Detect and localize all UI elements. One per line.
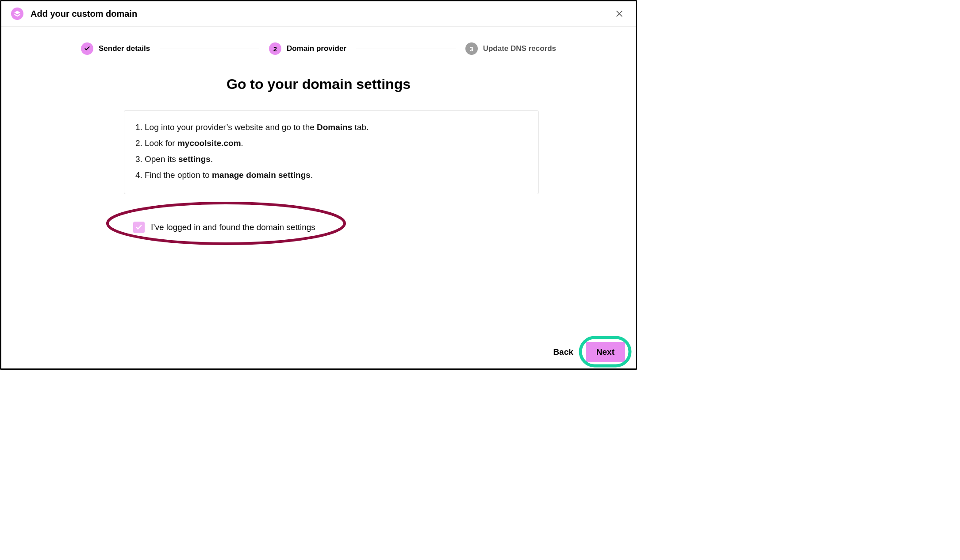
confirm-checkbox[interactable] <box>133 222 145 233</box>
step-badge <box>81 42 93 55</box>
next-button[interactable]: Next <box>586 342 625 362</box>
modal-footer: Back Next <box>1 335 636 368</box>
instructions-box: Log into your provider’s website and go … <box>124 110 539 194</box>
close-icon <box>615 9 624 18</box>
step-domain-provider[interactable]: 2 Domain provider <box>269 42 346 55</box>
step-label: Domain provider <box>287 44 346 53</box>
modal-title: Add your custom domain <box>31 9 137 19</box>
instruction-item: Open its settings. <box>145 151 526 167</box>
page-title: Go to your domain settings <box>81 76 556 92</box>
checkmark-icon <box>135 223 143 231</box>
stepper: Sender details 2 Domain provider 3 Updat… <box>1 42 636 55</box>
step-badge: 3 <box>465 42 478 55</box>
instructions-list: Log into your provider’s website and go … <box>137 119 526 183</box>
step-update-dns[interactable]: 3 Update DNS records <box>465 42 556 55</box>
step-divider <box>160 49 259 49</box>
confirm-section: I’ve logged in and found the domain sett… <box>107 208 346 253</box>
modal-header: Add your custom domain <box>1 1 636 27</box>
instruction-item: Look for mycoolsite.com. <box>145 135 526 151</box>
modal-add-custom-domain: Add your custom domain Sender details 2 … <box>0 0 637 370</box>
step-label: Update DNS records <box>483 44 556 53</box>
step-label: Sender details <box>99 44 150 53</box>
instruction-item: Find the option to manage domain setting… <box>145 167 526 183</box>
instruction-item: Log into your provider’s website and go … <box>145 119 526 135</box>
step-divider <box>356 49 456 49</box>
step-badge: 2 <box>269 42 281 55</box>
confirm-row: I’ve logged in and found the domain sett… <box>133 222 315 233</box>
step-sender-details[interactable]: Sender details <box>81 42 150 55</box>
next-button-wrap: Next <box>586 342 625 362</box>
main-content: Go to your domain settings Log into your… <box>1 55 636 335</box>
close-button[interactable] <box>613 7 626 20</box>
confirm-label: I’ve logged in and found the domain sett… <box>151 222 315 232</box>
checkmark-icon <box>84 45 91 52</box>
back-button[interactable]: Back <box>549 343 576 361</box>
brand-badge-icon <box>11 8 23 20</box>
